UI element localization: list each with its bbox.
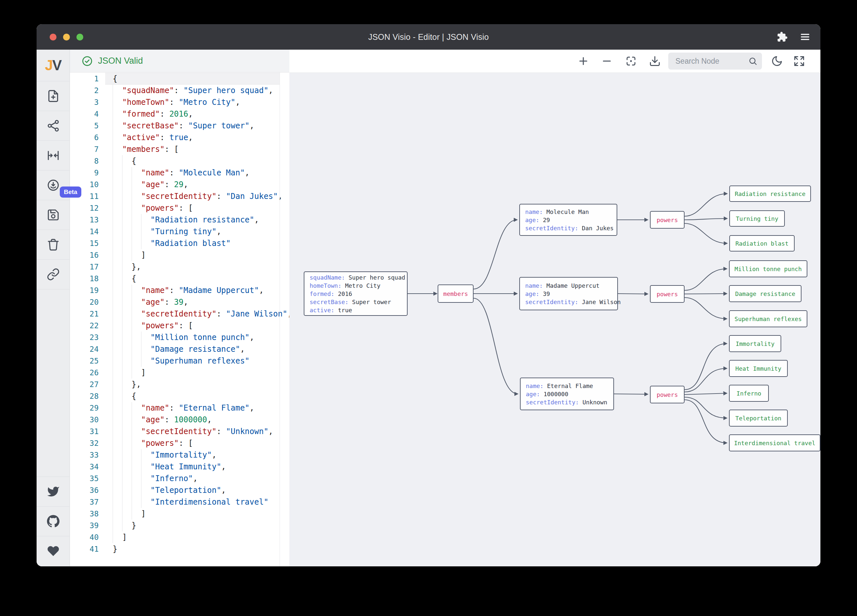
node-members[interactable]: members (438, 285, 473, 303)
share-link-button[interactable] (37, 260, 70, 289)
node-label: Immortality (735, 341, 774, 347)
editor-line-37[interactable]: 37"Interdimensional travel" (70, 496, 289, 508)
node-root[interactable]: squadName: Super hero squadhomeTown: Met… (304, 271, 408, 316)
editor-line-35[interactable]: 35"Inferno", (70, 473, 289, 484)
editor-line-23[interactable]: 23"Million tonne punch", (70, 331, 289, 343)
editor-line-21[interactable]: 21"secretIdentity": "Jane Wilson", (70, 308, 289, 320)
fit-width-button[interactable] (37, 141, 70, 170)
node-leaf-radiation-blast[interactable]: Radiation blast (729, 235, 795, 251)
node-leaf-teleportation[interactable]: Teleportation (729, 410, 788, 427)
editor-line-38[interactable]: 38] (70, 508, 289, 520)
node-member-molecule-man[interactable]: name: Molecule Manage: 29secretIdentity:… (519, 204, 617, 236)
editor-line-9[interactable]: 9"name": "Molecule Man", (70, 167, 289, 179)
editor-line-27[interactable]: 27}, (70, 379, 289, 390)
node-label: Damage resistance (735, 290, 795, 297)
menu-icon[interactable] (800, 31, 811, 42)
line-number: 8 (70, 155, 105, 167)
github-link[interactable] (37, 506, 70, 536)
dark-mode-icon[interactable] (771, 55, 783, 67)
editor-line-15[interactable]: 15"Radiation blast" (70, 237, 289, 249)
editor-line-40[interactable]: 40] (70, 531, 289, 543)
zoom-in-icon[interactable] (577, 55, 589, 67)
editor-line-31[interactable]: 31"secretIdentity": "Unknown", (70, 426, 289, 437)
editor-line-25[interactable]: 25"Superhuman reflexes" (70, 355, 289, 367)
line-number: 37 (70, 496, 105, 508)
node-label: Interdimensional travel (734, 440, 815, 446)
twitter-link[interactable] (37, 477, 70, 506)
editor-line-10[interactable]: 10"age": 29, (70, 179, 289, 190)
node-leaf-superhuman-reflexes[interactable]: Superhuman reflexes (729, 310, 807, 327)
editor-line-17[interactable]: 17}, (70, 261, 289, 273)
editor-line-29[interactable]: 29"name": "Eternal Flame", (70, 402, 289, 414)
code-editor[interactable]: 1{2"squadName": "Super hero squad",3"hom… (70, 73, 289, 566)
line-number: 35 (70, 473, 105, 484)
line-content: ] (105, 249, 280, 261)
editor-line-4[interactable]: 4"formed": 2016, (70, 108, 289, 120)
line-number: 40 (70, 531, 105, 543)
line-number: 31 (70, 426, 105, 437)
editor-line-7[interactable]: 7"members": [ (70, 143, 289, 155)
editor-line-16[interactable]: 16] (70, 249, 289, 261)
editor-line-19[interactable]: 19"name": "Madame Uppercut", (70, 285, 289, 296)
editor-line-2[interactable]: 2"squadName": "Super hero squad", (70, 85, 289, 96)
editor-line-5[interactable]: 5"secretBase": "Super tower", (70, 120, 289, 132)
editor-line-6[interactable]: 6"active": true, (70, 132, 289, 143)
editor-line-30[interactable]: 30"age": 1000000, (70, 414, 289, 426)
line-number: 19 (70, 285, 105, 296)
editor-line-41[interactable]: 41} (70, 543, 289, 555)
editor-line-1[interactable]: 1{ (70, 73, 289, 85)
sponsor-link[interactable] (37, 536, 70, 566)
focus-center-icon[interactable] (625, 55, 637, 67)
editor-line-3[interactable]: 3"homeTown": "Metro City", (70, 96, 289, 108)
search-node-input[interactable] (675, 57, 748, 66)
zoom-out-icon[interactable] (601, 55, 613, 67)
node-label: Million tonne punch (735, 266, 802, 272)
node-powers-molecule-man[interactable]: powers (650, 211, 685, 229)
editor-line-36[interactable]: 36"Teleportation", (70, 484, 289, 496)
editor-line-12[interactable]: 12"powers": [ (70, 202, 289, 214)
editor-line-18[interactable]: 18{ (70, 273, 289, 285)
node-powers-madame-uppercut[interactable]: powers (650, 285, 685, 303)
visualize-graph-button[interactable] (37, 111, 70, 141)
editor-line-26[interactable]: 26] (70, 367, 289, 379)
editor-line-20[interactable]: 20"age": 39, (70, 296, 289, 308)
search-icon[interactable] (748, 57, 757, 66)
fullscreen-icon[interactable] (793, 55, 805, 67)
diagram-canvas[interactable]: squadName: Super hero squadhomeTown: Met… (289, 50, 820, 566)
node-leaf-million-tonne-punch[interactable]: Million tonne punch (729, 260, 807, 277)
node-leaf-heat-immunity[interactable]: Heat Immunity (729, 360, 788, 377)
app-window: JSON Visio - Editor | JSON Visio JV Beta… (37, 24, 820, 566)
editor-line-28[interactable]: 28{ (70, 390, 289, 402)
node-leaf-turning-tiny[interactable]: Turning tiny (729, 210, 785, 227)
node-leaf-immortality[interactable]: Immortality (729, 335, 781, 352)
node-leaf-inferno[interactable]: Inferno (729, 385, 769, 402)
editor-line-39[interactable]: 39} (70, 520, 289, 531)
edge-powers-molecule-man-to-leaf-turning-tiny (685, 218, 727, 220)
editor-line-22[interactable]: 22"powers": [ (70, 320, 289, 331)
edge-powers-eternal-flame-to-leaf-interdimensional-travel (685, 400, 727, 443)
editor-line-8[interactable]: 8{ (70, 155, 289, 167)
editor-line-13[interactable]: 13"Radiation resistance", (70, 214, 289, 226)
save-button[interactable] (37, 200, 70, 230)
extensions-icon[interactable] (777, 31, 788, 42)
new-document-button[interactable] (37, 81, 70, 111)
editor-line-14[interactable]: 14"Turning tiny", (70, 226, 289, 237)
node-member-eternal-flame[interactable]: name: Eternal Flameage: 1000000secretIde… (520, 378, 614, 410)
line-number: 24 (70, 343, 105, 355)
line-content: "age": 1000000, (105, 414, 280, 426)
node-leaf-damage-resistance[interactable]: Damage resistance (729, 285, 801, 302)
download-image-icon[interactable] (649, 55, 661, 67)
node-powers-eternal-flame[interactable]: powers (650, 386, 685, 403)
line-content: { (105, 73, 280, 85)
node-member-madame-uppercut[interactable]: name: Madame Uppercutage: 39secretIdenti… (519, 277, 618, 310)
editor-line-34[interactable]: 34"Heat Immunity", (70, 461, 289, 473)
delete-button[interactable] (37, 230, 70, 260)
editor-line-33[interactable]: 33"Immortality", (70, 449, 289, 461)
app-logo[interactable]: JV (37, 50, 70, 81)
editor-line-32[interactable]: 32"powers": [ (70, 437, 289, 449)
node-leaf-radiation-resistance[interactable]: Radiation resistance (729, 186, 811, 202)
editor-line-11[interactable]: 11"secretIdentity": "Dan Jukes", (70, 190, 289, 202)
line-content: "secretIdentity": "Jane Wilson", (105, 308, 289, 320)
node-leaf-interdimensional-travel[interactable]: Interdimensional travel (729, 434, 820, 451)
editor-line-24[interactable]: 24"Damage resistance", (70, 343, 289, 355)
